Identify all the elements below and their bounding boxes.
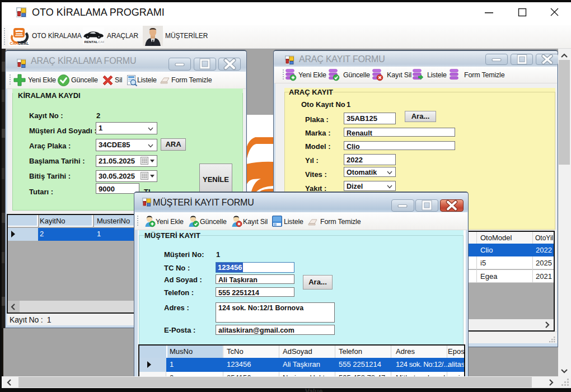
svg-text:CAR: CAR	[10, 41, 18, 45]
svg-text:DEAL: DEAL	[18, 41, 30, 45]
svg-text:RENTALCAR: RENTALCAR	[85, 40, 105, 44]
